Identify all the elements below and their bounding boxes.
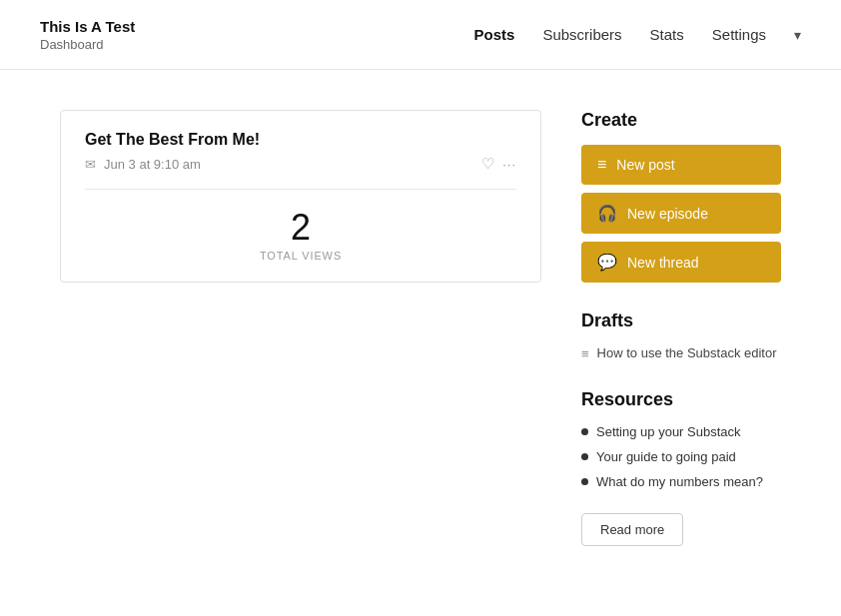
new-post-button[interactable]: ≡ New post — [581, 145, 781, 185]
post-meta: ✉ Jun 3 at 9:10 am ♡ ··· — [85, 155, 516, 173]
post-stats: 2 TOTAL VIEWS — [85, 210, 516, 262]
brand-subtitle: Dashboard — [40, 37, 135, 52]
resource-list: Setting up your Substack Your guide to g… — [581, 424, 781, 489]
heart-icon[interactable]: ♡ — [481, 155, 494, 173]
total-views-label: TOTAL VIEWS — [85, 250, 516, 262]
create-title: Create — [581, 110, 781, 131]
header: This Is A Test Dashboard Posts Subscribe… — [0, 0, 841, 70]
posts-column: Get The Best From Me! ✉ Jun 3 at 9:10 am… — [60, 110, 541, 546]
nav-posts[interactable]: Posts — [474, 26, 515, 43]
thread-icon: 💬 — [597, 253, 617, 272]
email-icon: ✉ — [85, 157, 96, 172]
create-section: Create ≡ New post 🎧 New episode 💬 New th… — [581, 110, 781, 283]
new-episode-label: New episode — [627, 206, 708, 222]
more-options-icon[interactable]: ··· — [502, 157, 516, 172]
resource-item-1[interactable]: Setting up your Substack — [581, 424, 781, 439]
post-icon: ≡ — [597, 156, 606, 174]
right-column: Create ≡ New post 🎧 New episode 💬 New th… — [581, 110, 781, 546]
headphones-icon: 🎧 — [597, 204, 617, 223]
post-divider — [85, 189, 516, 190]
new-post-label: New post — [616, 157, 674, 173]
read-more-button[interactable]: Read more — [581, 513, 683, 546]
nav-stats[interactable]: Stats — [650, 26, 684, 43]
drafts-title: Drafts — [581, 310, 781, 331]
chevron-down-icon[interactable]: ▾ — [794, 27, 801, 43]
post-date: Jun 3 at 9:10 am — [104, 157, 201, 172]
new-thread-label: New thread — [627, 255, 699, 271]
resource-label-2: Your guide to going paid — [596, 449, 736, 464]
nav-settings[interactable]: Settings — [712, 26, 766, 43]
brand: This Is A Test Dashboard — [40, 17, 135, 52]
main-content: Get The Best From Me! ✉ Jun 3 at 9:10 am… — [0, 70, 841, 586]
resources-title: Resources — [581, 389, 781, 410]
resource-item-3[interactable]: What do my numbers mean? — [581, 474, 781, 489]
new-episode-button[interactable]: 🎧 New episode — [581, 193, 781, 234]
resource-label-3: What do my numbers mean? — [596, 474, 763, 489]
bullet-icon — [581, 428, 588, 435]
drafts-section: Drafts ≡ How to use the Substack editor — [581, 310, 781, 361]
resource-item-2[interactable]: Your guide to going paid — [581, 449, 781, 464]
main-nav: Posts Subscribers Stats Settings ▾ — [474, 26, 801, 43]
bullet-icon — [581, 478, 588, 485]
draft-item-label: How to use the Substack editor — [597, 345, 777, 360]
post-card: Get The Best From Me! ✉ Jun 3 at 9:10 am… — [60, 110, 541, 283]
nav-subscribers[interactable]: Subscribers — [542, 26, 621, 43]
new-thread-button[interactable]: 💬 New thread — [581, 242, 781, 283]
brand-name: This Is A Test — [40, 17, 135, 37]
draft-lines-icon: ≡ — [581, 346, 589, 361]
resource-label-1: Setting up your Substack — [596, 424, 741, 439]
total-views-number: 2 — [85, 210, 516, 246]
draft-item[interactable]: ≡ How to use the Substack editor — [581, 345, 781, 361]
post-title[interactable]: Get The Best From Me! — [85, 131, 516, 149]
resources-section: Resources Setting up your Substack Your … — [581, 389, 781, 489]
post-actions: ♡ ··· — [481, 155, 516, 173]
bullet-icon — [581, 453, 588, 460]
